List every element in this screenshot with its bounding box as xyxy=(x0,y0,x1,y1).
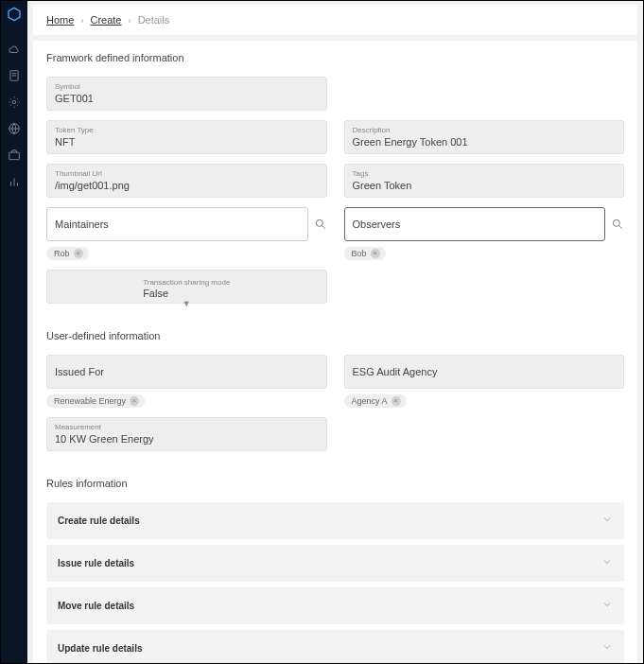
document-icon[interactable] xyxy=(8,69,21,82)
field-value: Observers xyxy=(353,218,598,230)
section-title-user: User-defined information xyxy=(46,330,624,341)
close-icon[interactable]: × xyxy=(130,396,139,406)
search-icon[interactable] xyxy=(314,218,327,231)
chip-label: Renewable Energy xyxy=(54,396,126,406)
gear-icon[interactable] xyxy=(8,96,21,109)
measurement-field[interactable]: Measurement 10 KW Green Energy xyxy=(46,417,327,451)
section-title-rules: Rules information xyxy=(46,478,624,489)
chip-issued-for: Renewable Energy × xyxy=(46,394,145,408)
close-icon[interactable]: × xyxy=(371,249,380,258)
field-value: GET001 xyxy=(55,93,319,104)
app-logo-icon xyxy=(7,7,22,22)
chevron-right-icon: › xyxy=(80,16,83,26)
accordion-title: Move rule details xyxy=(58,601,134,611)
field-label: Tags xyxy=(353,170,617,178)
field-value: Green Token xyxy=(353,180,617,191)
issued-for-field[interactable]: Issued For xyxy=(46,355,327,389)
breadcrumb-home[interactable]: Home xyxy=(46,14,74,26)
search-icon[interactable] xyxy=(611,218,624,231)
field-value: Issued For xyxy=(55,366,319,377)
accordion-update-rule[interactable]: Update rule details xyxy=(46,630,624,663)
chip-agency: Agency A × xyxy=(344,394,407,408)
thumbnail-url-field[interactable]: Thumbnail Url /img/get001.png xyxy=(46,164,327,198)
field-label: Token Type xyxy=(55,127,319,134)
chevron-down-icon xyxy=(601,599,613,613)
description-field[interactable]: Description Green Energy Token 001 xyxy=(344,120,625,154)
svg-marker-0 xyxy=(9,8,20,20)
form-card: Framwork defined information Symbol GET0… xyxy=(33,41,637,663)
chevron-down-icon xyxy=(601,514,613,528)
chip-maintainer: Rob × xyxy=(46,247,89,260)
breadcrumb-current: Details xyxy=(138,14,170,26)
tags-field[interactable]: Tags Green Token xyxy=(344,164,625,198)
accordion-title: Update rule details xyxy=(58,643,142,654)
chevron-down-icon: ▼ xyxy=(183,299,191,308)
accordion-title: Create rule details xyxy=(58,515,140,526)
field-value: NFT xyxy=(55,136,319,148)
accordion-create-rule[interactable]: Create rule details xyxy=(46,502,624,539)
svg-point-12 xyxy=(613,219,619,226)
field-value: /img/get001.png xyxy=(55,180,319,191)
main-content: Home › Create › Details Framwork defined… xyxy=(27,1,643,663)
field-value: Maintainers xyxy=(55,218,300,230)
field-label: Description xyxy=(353,127,617,134)
field-label: Symbol xyxy=(55,83,319,91)
svg-point-4 xyxy=(12,100,16,104)
globe-icon[interactable] xyxy=(8,122,21,135)
briefcase-icon[interactable] xyxy=(8,149,21,162)
svg-rect-6 xyxy=(9,152,20,160)
chip-label: Bob xyxy=(352,249,367,258)
observers-field[interactable]: Observers xyxy=(344,207,606,241)
chevron-down-icon xyxy=(601,641,613,655)
maintainers-field[interactable]: Maintainers xyxy=(46,207,308,241)
accordion-move-rule[interactable]: Move rule details xyxy=(46,587,624,624)
chip-label: Agency A xyxy=(352,396,388,406)
sidebar xyxy=(1,1,27,663)
chart-icon[interactable] xyxy=(8,175,21,188)
symbol-field[interactable]: Symbol GET001 xyxy=(46,77,327,111)
cloud-icon[interactable] xyxy=(8,43,21,56)
section-title-framework: Framwork defined information xyxy=(46,52,624,63)
field-label: Transaction sharing mode xyxy=(143,278,230,287)
breadcrumb-create[interactable]: Create xyxy=(90,14,121,26)
svg-point-10 xyxy=(316,219,322,226)
field-value: Green Energy Token 001 xyxy=(353,136,617,148)
field-value: False xyxy=(143,288,230,299)
breadcrumb: Home › Create › Details xyxy=(33,5,637,35)
field-label: Measurement xyxy=(55,424,319,431)
esg-audit-field[interactable]: ESG Audit Agency xyxy=(344,355,625,389)
field-value: 10 KW Green Energy xyxy=(55,433,319,445)
close-icon[interactable]: × xyxy=(392,396,401,406)
svg-line-11 xyxy=(322,225,324,228)
accordion-title: Issue rule details xyxy=(58,558,134,568)
chevron-down-icon xyxy=(601,556,613,570)
chevron-right-icon: › xyxy=(129,16,131,26)
field-value: ESG Audit Agency xyxy=(353,366,617,377)
svg-line-13 xyxy=(618,225,621,228)
close-icon[interactable]: × xyxy=(74,249,83,258)
tx-sharing-select[interactable]: Transaction sharing mode False ▼ xyxy=(46,270,327,304)
chip-label: Rob xyxy=(54,249,70,258)
token-type-field[interactable]: Token Type NFT xyxy=(46,120,327,154)
chip-observer: Bob × xyxy=(344,247,386,260)
accordion-issue-rule[interactable]: Issue rule details xyxy=(46,545,624,582)
field-label: Thumbnail Url xyxy=(55,170,319,178)
